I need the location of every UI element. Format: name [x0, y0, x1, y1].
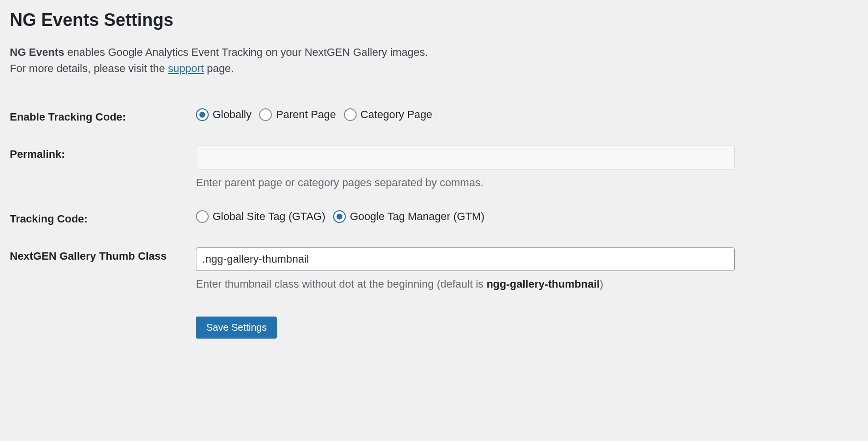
page-description: NG Events enables Google Analytics Event… [10, 44, 769, 76]
radio-parent-page[interactable]: Parent Page [259, 108, 336, 121]
settings-form: Enable Tracking Code: Globally Parent Pa… [10, 98, 769, 348]
tracking-code-group: Global Site Tag (GTAG) Google Tag Manage… [196, 210, 769, 223]
radio-category-page-label: Category Page [361, 108, 433, 121]
radio-globally[interactable]: Globally [196, 108, 251, 121]
settings-page: NG Events Settings NG Events enables Goo… [10, 10, 769, 348]
permalink-label: Permalink: [10, 136, 196, 200]
radio-category-page[interactable]: Category Page [344, 108, 433, 121]
page-title: NG Events Settings [10, 10, 769, 30]
intro-strong: NG Events [10, 46, 64, 58]
thumb-help-pre: Enter thumbnail class without dot at the… [196, 278, 486, 290]
radio-gtm[interactable]: Google Tag Manager (GTM) [333, 210, 484, 223]
radio-icon [196, 210, 209, 223]
radio-icon [196, 108, 209, 121]
intro-rest: enables Google Analytics Event Tracking … [64, 46, 428, 58]
radio-globally-label: Globally [213, 108, 251, 121]
permalink-input[interactable] [196, 146, 735, 170]
intro-line2-pre: For more details, please visit the [10, 62, 168, 74]
thumb-help-post: ) [600, 278, 603, 290]
radio-gtag[interactable]: Global Site Tag (GTAG) [196, 210, 325, 223]
permalink-help: Enter parent page or category pages sepa… [196, 175, 769, 191]
save-button[interactable]: Save Settings [196, 317, 277, 339]
radio-gtm-label: Google Tag Manager (GTM) [350, 210, 484, 223]
thumb-class-label: NextGEN Gallery Thumb Class [10, 238, 196, 302]
thumb-help-strong: ngg-gallery-thumbnail [486, 278, 600, 290]
intro-line2-post: page. [204, 62, 234, 74]
thumb-class-help: Enter thumbnail class without dot at the… [196, 277, 769, 292]
radio-gtag-label: Global Site Tag (GTAG) [213, 210, 325, 223]
thumb-class-input[interactable] [196, 247, 735, 271]
enable-tracking-group: Globally Parent Page Category Page [196, 108, 769, 121]
enable-tracking-label: Enable Tracking Code: [10, 98, 196, 136]
radio-parent-page-label: Parent Page [276, 108, 336, 121]
radio-icon [333, 210, 346, 223]
support-link[interactable]: support [168, 62, 204, 74]
radio-icon [344, 108, 357, 121]
tracking-code-label: Tracking Code: [10, 200, 196, 238]
radio-icon [259, 108, 272, 121]
